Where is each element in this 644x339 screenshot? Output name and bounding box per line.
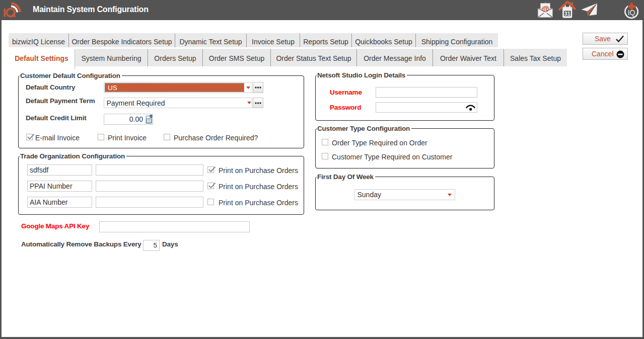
svg-text:@: @	[542, 4, 549, 13]
svg-text:IQ: IQ	[628, 9, 635, 17]
svg-text:31: 31	[564, 11, 570, 17]
